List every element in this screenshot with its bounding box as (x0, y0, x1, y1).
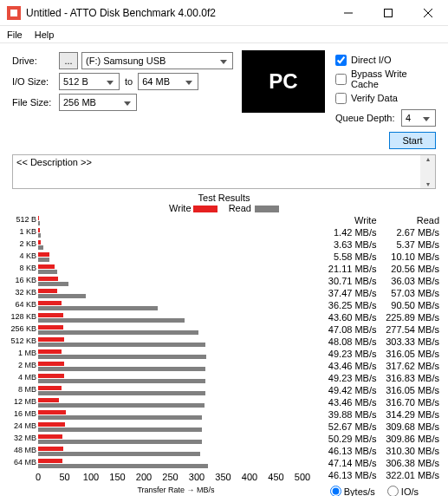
results-table: Write Read 1.42 MB/s2.67 MB/s3.63 MB/s5.… (314, 215, 439, 496)
read-bar (38, 282, 68, 286)
queue-depth-select[interactable]: 4 (401, 109, 436, 127)
read-bar (38, 221, 40, 225)
table-row: 43.60 MB/s225.89 MB/s (314, 312, 439, 324)
iosize-from-select[interactable]: 512 B (59, 73, 120, 90)
read-bar (38, 343, 205, 347)
filesize-select[interactable]: 256 MB (59, 94, 137, 111)
io-per-sec-radio[interactable]: IO/s (387, 486, 419, 496)
table-row: 3.63 MB/s5.37 MB/s (314, 239, 439, 251)
menu-help[interactable]: Help (35, 29, 55, 40)
read-bar (38, 452, 200, 456)
bar-row: 8 KB (38, 264, 314, 276)
legend-read-swatch (255, 206, 279, 212)
x-tick: 50 (59, 472, 69, 482)
drive-browse-button[interactable]: ... (59, 52, 78, 69)
y-label: 48 MB (9, 446, 36, 454)
x-tick: 100 (83, 472, 99, 482)
write-bar (38, 362, 64, 366)
verify-data-checkbox[interactable]: Verify Data (335, 88, 436, 108)
bar-chart: 512 B1 KB2 KB4 KB8 KB16 KB32 KB64 KB128 … (38, 215, 314, 470)
iosize-to-select[interactable]: 64 MB (138, 73, 198, 90)
table-row: 46.13 MB/s310.30 MB/s (314, 446, 439, 458)
write-bar (38, 313, 63, 317)
write-bar (38, 386, 62, 390)
table-row: 30.71 MB/s36.03 MB/s (314, 276, 439, 288)
y-label: 16 MB (9, 409, 36, 418)
y-label: 12 MB (9, 397, 36, 406)
y-label: 64 MB (9, 458, 36, 467)
iosize-label: I/O Size: (12, 76, 59, 87)
y-label: 1 MB (9, 349, 36, 357)
y-label: 512 B (9, 215, 36, 224)
table-row: 49.23 MB/s316.83 MB/s (314, 373, 439, 385)
write-bar (38, 301, 62, 305)
x-tick: 500 (295, 472, 310, 482)
svg-rect-0 (10, 10, 17, 16)
read-bar (38, 294, 86, 298)
table-row: 48.08 MB/s303.33 MB/s (314, 336, 439, 349)
read-bar (38, 306, 158, 310)
bar-row: 4 KB (38, 251, 314, 264)
write-bar (38, 277, 58, 281)
legend-write-swatch (193, 206, 218, 212)
table-row: 36.25 MB/s90.50 MB/s (314, 300, 439, 312)
bypass-cache-checkbox[interactable]: Bypass Write Cache (335, 69, 436, 88)
table-row: 46.13 MB/s322.01 MB/s (314, 470, 439, 482)
write-column-header: Write (314, 215, 377, 225)
read-bar (38, 464, 208, 468)
write-bar (38, 459, 62, 463)
bar-row: 512 B (38, 215, 314, 227)
y-label: 16 KB (9, 276, 36, 284)
bar-row: 12 MB (38, 397, 314, 409)
write-bar (38, 398, 59, 402)
bar-row: 16 KB (38, 276, 314, 288)
read-bar (38, 330, 198, 335)
drive-label: Drive: (12, 55, 59, 66)
table-row: 37.47 MB/s57.03 MB/s (314, 288, 439, 300)
bar-row: 24 MB (38, 421, 314, 434)
start-button[interactable]: Start (389, 132, 436, 149)
drive-select[interactable]: (F:) Samsung USB (81, 52, 233, 69)
y-label: 24 MB (9, 421, 36, 430)
bar-row: 8 MB (38, 385, 314, 397)
bar-row: 1 KB (38, 227, 314, 239)
menu-file[interactable]: File (7, 29, 23, 40)
table-row: 47.08 MB/s277.54 MB/s (314, 324, 439, 336)
write-bar (38, 216, 39, 220)
minimize-button[interactable] (328, 0, 368, 26)
y-label: 8 MB (9, 385, 36, 394)
window-title: Untitled - ATTO Disk Benchmark 4.00.0f2 (26, 7, 328, 19)
x-tick: 400 (242, 472, 257, 482)
x-tick: 0 (36, 472, 41, 482)
write-bar (38, 289, 57, 293)
table-row: 5.58 MB/s10.10 MB/s (314, 251, 439, 264)
description-scrollbar[interactable]: ▴▾ (420, 155, 435, 188)
x-tick: 250 (162, 472, 178, 482)
pc-badge: PC (242, 50, 325, 113)
close-button[interactable] (408, 0, 448, 26)
read-bar (38, 403, 205, 408)
table-row: 39.88 MB/s314.29 MB/s (314, 409, 439, 421)
write-bar (38, 228, 40, 232)
bar-row: 256 KB (38, 324, 314, 336)
read-bar (38, 440, 202, 444)
bar-row: 32 MB (38, 434, 314, 446)
y-label: 512 KB (9, 336, 36, 345)
maximize-button[interactable] (368, 0, 408, 26)
bytes-per-sec-radio[interactable]: Bytes/s (330, 486, 375, 496)
filesize-label: File Size: (12, 97, 59, 108)
bar-row: 1 MB (38, 349, 314, 361)
iosize-to-label: to (120, 76, 138, 87)
x-tick: 300 (189, 472, 205, 482)
y-label: 4 MB (9, 373, 36, 382)
bar-row: 32 KB (38, 288, 314, 300)
write-bar (38, 447, 63, 451)
description-box[interactable]: << Description >> ▴▾ (12, 154, 436, 189)
write-bar (38, 337, 64, 342)
x-tick: 150 (109, 472, 125, 482)
bar-row: 512 KB (38, 336, 314, 349)
bar-row: 16 MB (38, 409, 314, 421)
direct-io-checkbox[interactable]: Direct I/O (335, 50, 436, 69)
read-bar (38, 258, 49, 262)
read-bar (38, 379, 205, 383)
